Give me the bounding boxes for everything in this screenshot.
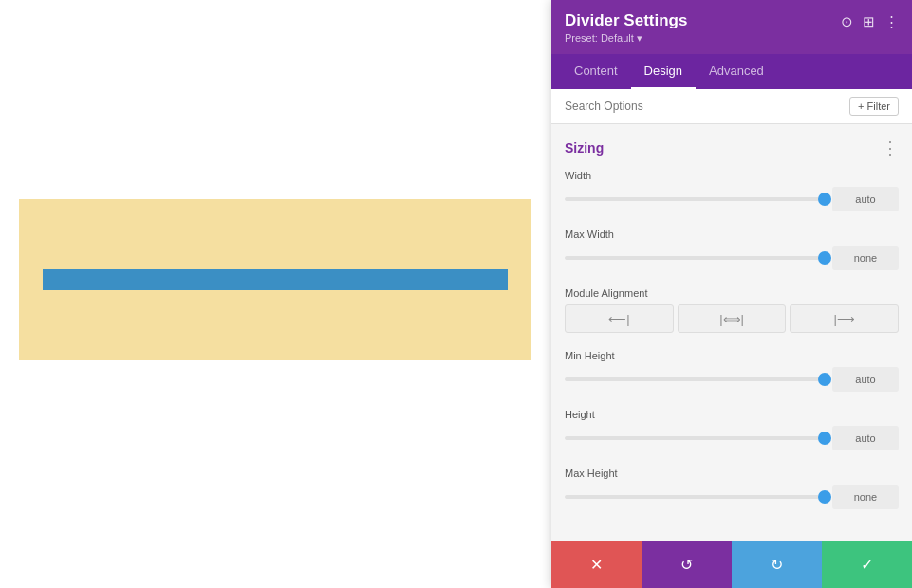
settings-panel: Divider Settings Preset: Default ▾ ⊙ ⊞ ⋮…	[551, 0, 912, 588]
width-slider-thumb[interactable]	[818, 193, 831, 206]
width-value-input[interactable]	[832, 187, 899, 211]
height-label: Height	[565, 409, 899, 420]
min-height-setting: Min Height	[565, 350, 899, 392]
search-input[interactable]	[565, 100, 849, 113]
max-width-control	[565, 246, 899, 270]
panel-content: Sizing ⋮ Width Max Width	[551, 124, 912, 541]
panel-header: Divider Settings Preset: Default ▾ ⊙ ⊞ ⋮	[551, 0, 912, 54]
min-height-slider-track[interactable]	[565, 377, 825, 381]
more-options-icon[interactable]: ⋮	[884, 13, 899, 30]
tab-content[interactable]: Content	[561, 54, 631, 89]
target-icon[interactable]: ⊙	[841, 13, 853, 30]
section-menu-icon[interactable]: ⋮	[882, 138, 899, 158]
max-height-setting: Max Height	[565, 468, 899, 509]
canvas-section	[19, 199, 531, 360]
height-control	[565, 426, 899, 450]
height-slider-track[interactable]	[565, 436, 825, 440]
sizing-section-header: Sizing ⋮	[565, 138, 899, 158]
filter-button[interactable]: + Filter	[849, 97, 899, 116]
module-alignment-label: Module Alignment	[565, 287, 899, 299]
undo-button[interactable]: ↺	[642, 541, 732, 588]
align-center-button[interactable]: |⟺|	[678, 304, 787, 333]
align-left-button[interactable]: ⟵|	[565, 304, 674, 333]
width-control	[565, 187, 899, 211]
panel-title: Divider Settings	[565, 11, 687, 30]
panel-title-block: Divider Settings Preset: Default ▾	[565, 11, 687, 45]
width-label: Width	[565, 170, 899, 181]
panel-footer: ✕ ↺ ↻ ✓	[551, 541, 912, 588]
tab-design[interactable]: Design	[631, 54, 696, 89]
max-width-slider-track[interactable]	[565, 256, 825, 260]
min-height-slider-thumb[interactable]	[818, 373, 831, 386]
search-bar: + Filter	[551, 89, 912, 124]
section-title: Sizing	[565, 140, 604, 156]
max-width-label: Max Width	[565, 229, 899, 240]
layout-icon[interactable]: ⊞	[863, 13, 875, 30]
width-setting: Width	[565, 170, 899, 211]
max-height-control	[565, 485, 899, 509]
max-height-slider-thumb[interactable]	[818, 490, 831, 504]
height-value-input[interactable]	[832, 426, 899, 450]
max-width-value-input[interactable]	[832, 246, 899, 270]
max-height-value-input[interactable]	[832, 485, 899, 509]
cancel-button[interactable]: ✕	[551, 541, 642, 588]
panel-header-icons: ⊙ ⊞ ⋮	[841, 13, 899, 30]
divider-bar	[43, 269, 508, 290]
panel-preset[interactable]: Preset: Default ▾	[565, 32, 687, 45]
redo-button[interactable]: ↻	[732, 541, 822, 588]
align-right-button[interactable]: |⟶	[790, 304, 899, 333]
max-height-slider-track[interactable]	[565, 495, 825, 499]
max-width-setting: Max Width	[565, 229, 899, 270]
height-slider-thumb[interactable]	[818, 432, 831, 445]
save-button[interactable]: ✓	[822, 541, 912, 588]
max-height-label: Max Height	[565, 468, 899, 479]
canvas-area	[0, 0, 550, 588]
min-height-control	[565, 367, 899, 392]
min-height-label: Min Height	[565, 350, 899, 361]
height-setting: Height	[565, 409, 899, 450]
tabs-bar: Content Design Advanced	[551, 54, 912, 89]
alignment-buttons: ⟵| |⟺| |⟶	[565, 304, 899, 333]
min-height-value-input[interactable]	[832, 367, 899, 392]
max-width-slider-thumb[interactable]	[818, 251, 831, 265]
tab-advanced[interactable]: Advanced	[696, 54, 777, 89]
width-slider-track[interactable]	[565, 197, 825, 201]
module-alignment-setting: Module Alignment ⟵| |⟺| |⟶	[565, 287, 899, 333]
